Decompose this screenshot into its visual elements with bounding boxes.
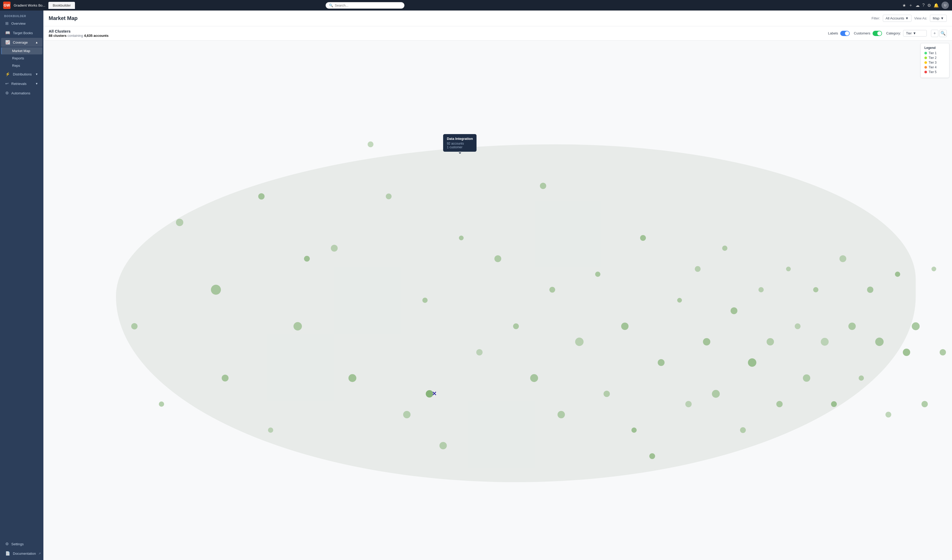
sidebar-item-automations[interactable]: ⚙ Automations [1,89,42,97]
tier2-label: Tier 2 [929,56,937,60]
gear-icon[interactable]: ⚙ [927,3,931,8]
category-label: Category: [886,31,901,35]
filter-row: Filter: All Accounts ▼ View As: Map ▼ [872,15,947,22]
cluster-dot [258,193,264,199]
view-as-label: View As: [914,16,927,20]
cluster-dot [912,322,920,330]
automations-icon: ⚙ [5,91,9,96]
tooltip-line-1: 92 accounts [447,142,473,145]
view-chevron-icon: ▼ [940,16,944,20]
sidebar-item-retrievals[interactable]: ↩ Retrievals ▼ [1,79,42,88]
sidebar-section-label: BOOKBUILDER [0,12,43,19]
cluster-dot [159,401,164,407]
map-container[interactable]: Data Integration 92 accounts 1 customer … [43,40,952,560]
cluster-dot [895,272,900,277]
tier3-label: Tier 3 [929,61,937,65]
filter-value: All Accounts [886,16,904,20]
filter-select[interactable]: All Accounts ▼ [883,15,912,22]
sidebar-item-documentation[interactable]: 📄 Documentation ↗ [1,549,42,558]
sidebar-item-coverage[interactable]: 📈 Coverage ▲ [1,38,42,47]
star-icon[interactable]: ★ [902,3,906,8]
bell-icon[interactable]: 🔔 [933,3,939,8]
sidebar-label-settings: Settings [11,542,24,546]
cluster-dot [131,323,138,329]
x-marker-dot [426,390,433,398]
cluster-dot [368,142,374,147]
sidebar-item-overview[interactable]: ⊞ Overview [1,19,42,28]
tier4-dot [924,66,927,69]
sidebar-item-reports[interactable]: Reports [1,55,42,62]
view-select[interactable]: Map ▼ [930,15,947,22]
legend-tier4: Tier 4 [924,65,946,69]
plus-icon[interactable]: ＋ [909,3,913,8]
category-chevron-icon: ▼ [913,31,916,35]
legend-title: Legend [924,46,946,50]
category-value: Tier [906,31,912,35]
cluster-dot [658,359,665,366]
tooltip-title: Data Integration [447,137,473,140]
cluster-dot [685,401,692,407]
cluster-dot [640,235,646,241]
cluster-dot [513,323,519,329]
customers-toggle-group: Customers [854,31,882,36]
sidebar-item-settings[interactable]: ⚙ Settings [1,540,42,548]
tab-bookbuilder[interactable]: Bookbuilder [48,2,75,9]
cluster-dot [304,256,310,262]
cluster-dot [875,338,884,346]
sidebar-item-market-map[interactable]: Market Map [1,47,42,54]
clusters-accounts: 4,635 accounts [84,34,108,38]
cluster-dot [821,338,829,346]
search-input[interactable] [335,3,401,7]
cloud-icon[interactable]: ☁ [915,3,920,8]
labels-toggle-knob [845,31,849,35]
chevron-down-icon: ▼ [35,73,38,76]
content-area: Market Map Filter: All Accounts ▼ View A… [43,11,952,560]
labels-toggle[interactable] [840,31,850,36]
sidebar-item-target-books[interactable]: 📖 Target Books [1,28,42,37]
user-avatar[interactable]: U [941,2,949,9]
cluster-dot [921,401,928,407]
cluster-dot [439,442,447,449]
cluster-dot [839,255,846,262]
documentation-icon: 📄 [5,551,10,556]
cluster-dot [558,411,565,418]
clusters-sub: 88 clusters containing 4,635 accounts [49,34,109,38]
cluster-dot [495,255,501,262]
customers-toggle-knob [877,31,881,35]
legend-tier1: Tier 1 [924,51,946,55]
cluster-dot [932,267,936,272]
clusters-title: All Clusters [49,29,109,33]
clusters-header: All Clusters 88 clusters containing 4,63… [43,26,952,40]
sidebar-label-coverage: Coverage [13,40,28,45]
map-canvas: Data Integration 92 accounts 1 customer … [43,40,952,560]
distributions-icon: ⚡ [5,72,10,77]
tier5-label: Tier 5 [929,70,937,74]
cluster-dot [595,272,600,277]
cluster-dot [331,245,338,251]
sidebar: BOOKBUILDER ⊞ Overview 📖 Target Books 📈 … [0,11,43,560]
category-select[interactable]: Tier ▼ [903,30,927,37]
customers-toggle[interactable] [873,31,882,36]
tier1-dot [924,52,927,54]
page-header: Market Map Filter: All Accounts ▼ View A… [43,11,952,26]
sidebar-item-distributions[interactable]: ⚡ Distributions ▼ [1,70,42,79]
legend-box: Legend Tier 1 Tier 2 Tier 3 [920,43,949,78]
zoom-in-button[interactable]: ＋ [931,30,938,37]
labels-label: Labels [828,31,838,35]
cluster-dot [549,287,555,293]
tier5-dot [924,71,927,73]
cluster-dot [903,349,910,356]
sidebar-item-reps[interactable]: Reps [1,62,42,69]
retrievals-icon: ↩ [5,81,9,86]
app-logo[interactable]: GW [3,2,11,9]
tier1-label: Tier 1 [929,51,937,55]
cluster-dot [748,358,756,367]
cluster-dot [786,267,791,272]
zoom-out-button[interactable]: 🔍 [940,30,947,37]
cluster-dot [403,411,411,418]
cluster-dot [348,374,356,382]
cluster-dot [695,266,700,272]
help-icon[interactable]: ? [922,3,925,8]
cluster-dot [631,427,637,433]
settings-icon: ⚙ [5,541,9,546]
